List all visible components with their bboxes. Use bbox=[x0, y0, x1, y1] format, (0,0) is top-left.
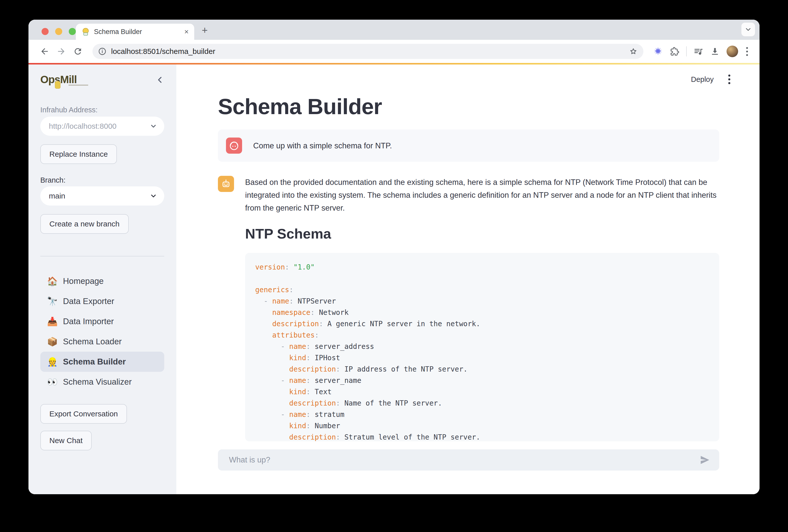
site-info-icon[interactable] bbox=[98, 47, 106, 56]
profile-avatar[interactable] bbox=[727, 45, 738, 57]
back-icon[interactable] bbox=[40, 46, 50, 56]
gemini-icon[interactable] bbox=[653, 46, 663, 56]
create-branch-button[interactable]: Create a new branch bbox=[40, 214, 129, 234]
sidebar-collapse-icon[interactable] bbox=[156, 76, 164, 84]
media-playlist-icon[interactable] bbox=[693, 46, 703, 56]
chat-input-bar[interactable] bbox=[218, 449, 719, 471]
browser-tab[interactable]: Schema Builder × bbox=[76, 24, 194, 40]
browser-toolbar: localhost:8501/schema_builder bbox=[28, 40, 760, 63]
sidebar: OpsMill Infrahub Address: Replace Instan… bbox=[28, 64, 176, 494]
tab-strip: Schema Builder × + bbox=[28, 20, 760, 40]
sidebar-item-label: Schema Builder bbox=[63, 357, 126, 367]
toolbar-separator bbox=[686, 46, 687, 56]
bookmark-star-icon[interactable] bbox=[629, 47, 638, 56]
branch-select[interactable]: main bbox=[40, 186, 164, 205]
download-icon[interactable] bbox=[710, 46, 720, 56]
code-content: version: "1.0" generics: - name: NTPServ… bbox=[255, 261, 709, 441]
branch-label: Branch: bbox=[40, 176, 164, 184]
page-title: Schema Builder bbox=[218, 94, 719, 119]
tab-close-icon[interactable]: × bbox=[184, 28, 189, 36]
sidebar-item-label: Data Importer bbox=[63, 317, 114, 326]
browser-menu-kebab-icon[interactable] bbox=[745, 47, 749, 56]
assistant-message-text: Based on the provided documentation and … bbox=[245, 178, 716, 212]
new-tab-button[interactable]: + bbox=[202, 25, 208, 35]
eyes-icon: 👀 bbox=[47, 377, 58, 387]
chevron-down-icon bbox=[150, 122, 157, 130]
tab-search-chevron-icon[interactable] bbox=[742, 23, 755, 36]
assistant-chat-message: Based on the provided documentation and … bbox=[218, 176, 719, 214]
sidebar-item-data-exporter[interactable]: 🔭 Data Exporter bbox=[40, 291, 164, 311]
inbox-tray-icon: 📥 bbox=[47, 316, 58, 327]
minimize-window-button[interactable] bbox=[55, 28, 62, 35]
sidebar-nav: 🏠 Homepage 🔭 Data Exporter 📥 Data Import… bbox=[40, 271, 164, 392]
user-chat-message: Come up with a simple schema for NTP. bbox=[218, 130, 719, 162]
send-icon[interactable] bbox=[699, 454, 711, 466]
close-window-button[interactable] bbox=[42, 28, 48, 35]
window-controls bbox=[42, 28, 76, 35]
new-chat-button[interactable]: New Chat bbox=[40, 431, 92, 450]
replace-instance-button[interactable]: Replace Instance bbox=[40, 144, 117, 164]
forward-icon[interactable] bbox=[56, 46, 66, 56]
extensions-puzzle-icon[interactable] bbox=[670, 46, 680, 56]
sidebar-item-schema-loader[interactable]: 📦 Schema Loader bbox=[40, 332, 164, 352]
sidebar-item-label: Schema Visualizer bbox=[63, 377, 132, 387]
sidebar-item-homepage[interactable]: 🏠 Homepage bbox=[40, 271, 164, 291]
opsmill-logo: OpsMill bbox=[40, 74, 98, 86]
schema-heading: NTP Schema bbox=[218, 225, 719, 242]
reload-icon[interactable] bbox=[73, 46, 83, 56]
opsmill-tagline bbox=[68, 85, 88, 86]
infrahub-address-input[interactable] bbox=[49, 122, 147, 131]
tab-title: Schema Builder bbox=[94, 28, 180, 36]
chevron-down-icon bbox=[150, 192, 157, 200]
sidebar-item-schema-visualizer[interactable]: 👀 Schema Visualizer bbox=[40, 372, 164, 392]
main-content: Deploy Schema Builder Come up with a sim… bbox=[176, 64, 760, 494]
construction-worker-icon: 👷 bbox=[47, 357, 58, 367]
zoom-window-button[interactable] bbox=[69, 28, 76, 35]
sidebar-item-label: Homepage bbox=[63, 276, 103, 286]
infrahub-address-select[interactable] bbox=[40, 117, 164, 136]
url-text[interactable]: localhost:8501/schema_builder bbox=[111, 47, 624, 56]
package-icon: 📦 bbox=[47, 337, 58, 347]
deploy-button[interactable]: Deploy bbox=[691, 75, 714, 84]
telescope-icon: 🔭 bbox=[47, 296, 58, 306]
user-avatar-face-icon bbox=[226, 138, 242, 154]
assistant-avatar-robot-icon bbox=[218, 176, 234, 192]
sidebar-item-data-importer[interactable]: 📥 Data Importer bbox=[40, 311, 164, 332]
infrahub-address-label: Infrahub Address: bbox=[40, 106, 164, 114]
chat-input[interactable] bbox=[229, 455, 694, 465]
yaml-code-block: version: "1.0" generics: - name: NTPServ… bbox=[245, 253, 719, 441]
opsmill-logo-text: OpsMill bbox=[40, 74, 98, 86]
sidebar-divider bbox=[40, 256, 164, 256]
sidebar-item-schema-builder[interactable]: 👷 Schema Builder bbox=[40, 352, 164, 372]
app-menu-kebab-icon[interactable] bbox=[727, 75, 732, 84]
home-icon: 🏠 bbox=[47, 276, 58, 286]
export-conversation-button[interactable]: Export Conversation bbox=[40, 404, 127, 424]
tab-favicon bbox=[81, 27, 90, 36]
user-message-text: Come up with a simple schema for NTP. bbox=[253, 139, 392, 152]
url-bar[interactable]: localhost:8501/schema_builder bbox=[93, 44, 644, 59]
opsmill-mascot-icon bbox=[55, 81, 60, 89]
sidebar-item-label: Schema Loader bbox=[63, 337, 122, 346]
browser-window: Schema Builder × + localhost:8501/schema… bbox=[28, 20, 760, 494]
branch-value: main bbox=[49, 192, 147, 200]
sidebar-item-label: Data Exporter bbox=[63, 296, 114, 306]
